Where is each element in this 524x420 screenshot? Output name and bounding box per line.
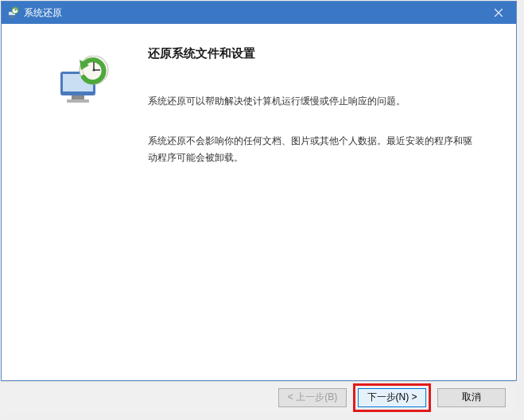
- system-restore-dialog: 系统还原: [1, 1, 517, 381]
- next-button-highlight: 下一步(N) >: [353, 383, 431, 412]
- close-button[interactable]: [481, 2, 516, 24]
- text-column: 还原系统文件和设置 系统还原可以帮助解决使计算机运行缓慢或停止响应的问题。 系统…: [148, 46, 497, 380]
- paragraph-2: 系统还原不会影响你的任何文档、图片或其他个人数据。最近安装的程序和驱动程序可能会…: [148, 133, 481, 165]
- svg-rect-2: [10, 17, 14, 18]
- system-restore-icon: [56, 56, 113, 105]
- button-footer: < 上一步(B) 下一步(N) > 取消: [1, 381, 515, 413]
- svg-rect-10: [72, 95, 84, 99]
- close-icon: [495, 9, 503, 17]
- page-heading: 还原系统文件和设置: [148, 46, 481, 61]
- back-button: < 上一步(B): [278, 388, 347, 407]
- app-icon: [6, 6, 19, 19]
- window-title: 系统还原: [24, 6, 481, 20]
- next-button[interactable]: 下一步(N) >: [358, 388, 426, 407]
- titlebar: 系统还原: [2, 2, 516, 24]
- content-area: 还原系统文件和设置 系统还原可以帮助解决使计算机运行缓慢或停止响应的问题。 系统…: [2, 24, 516, 380]
- paragraph-1: 系统还原可以帮助解决使计算机运行缓慢或停止响应的问题。: [148, 93, 481, 109]
- cancel-button[interactable]: 取消: [437, 388, 506, 407]
- icon-column: [21, 46, 148, 380]
- svg-point-17: [93, 69, 95, 72]
- svg-rect-11: [67, 99, 89, 103]
